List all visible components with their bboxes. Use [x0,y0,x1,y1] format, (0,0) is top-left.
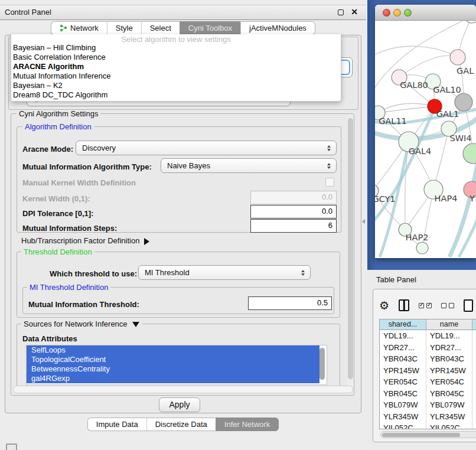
table-horizontal-scrollbar[interactable] [380,431,476,438]
list-scrollbar[interactable] [319,348,325,380]
table-panel-title: Table Panel [376,275,416,284]
network-edge[interactable] [378,106,435,113]
network-node[interactable] [463,144,476,164]
mi-threshold-field[interactable]: 0.5 [248,296,332,310]
float-panel-icon[interactable] [338,9,344,15]
column-header-A[interactable]: A [472,319,476,330]
table-cell: YER054C [380,376,426,388]
attribute-item[interactable]: TopologicalCoefficient [27,355,319,364]
settings-horizontal-scrollbar[interactable] [13,386,353,393]
sources-legend[interactable]: Sources for Network Inference [21,319,142,328]
algorithm-dropdown: Select algorithm to view settings Bayesi… [11,34,341,102]
dropdown-item[interactable]: ARACNE Algorithm [11,62,341,71]
collapse-down-icon [132,322,139,327]
table-cell: YDL19... [426,330,472,342]
dpi-tolerance-label: DPI Tolerance [0,1]: [22,209,93,218]
tab-label: Cyni Toolbox [188,22,232,34]
tab-label: Select [150,22,171,34]
tab-cyni-toolbox[interactable]: Cyni Toolbox [180,21,240,35]
zoom-light-icon[interactable] [404,9,412,17]
tab-style[interactable]: Style [107,21,141,35]
table-row[interactable]: YER054CYER054C8. [380,376,476,388]
network-node[interactable] [455,93,472,111]
network-edge[interactable] [399,56,458,77]
attribute-item[interactable]: gal4RGexp [27,374,319,383]
tab-infer-network[interactable]: Infer Network [216,418,279,431]
table-row[interactable]: YPR145WYPR145W9. [380,365,476,377]
dropdown-item[interactable]: Bayesian – K2 [11,81,341,90]
table-cell: YBL079W [426,399,472,411]
stepper-icon[interactable] [327,145,331,151]
gear-icon[interactable]: ⚙ [379,300,389,311]
network-icon [60,24,67,32]
table-cell: YER054C [426,376,472,388]
split-pane-handle[interactable] [362,219,365,224]
table-row[interactable]: YBR045CYBR045C9. [380,388,476,400]
node-label: GAL1 [436,109,459,119]
aracne-mode-label: Aracne Mode: [22,145,73,154]
close-light-icon[interactable] [383,9,390,17]
unchecked-boxes-icon[interactable] [441,303,454,308]
control-panel-title: Control Panel [5,8,51,17]
mi-steps-label: Mutual Information Steps: [22,224,117,233]
dropdown-item[interactable]: Basic Correlation Inference [11,53,341,62]
table-row[interactable]: YDR27...YDR27...12 [380,342,476,354]
kernel-width-label: Kernel Width (0,1): [22,194,90,203]
table-cell: YDR27... [426,342,472,354]
mi-steps-field[interactable]: 6 [250,219,337,233]
minimized-panel-icon[interactable] [6,444,17,450]
tab-jactivemnodules[interactable]: jActiveMNodules [240,21,315,35]
column-header-name[interactable]: name [426,319,472,330]
network-edge-thick[interactable] [449,162,476,257]
network-node[interactable] [465,21,476,23]
apply-button[interactable]: Apply [159,397,200,412]
stepper-icon[interactable] [301,270,305,276]
attribute-item[interactable]: SelfLoops [27,345,319,355]
tab-network[interactable]: Network [51,21,107,35]
which-threshold-combobox[interactable]: MI Threshold [138,265,311,280]
hub-section-expander[interactable]: Hub/Transcription Factor Definition [21,236,149,245]
table-row[interactable]: YBR043CYBR043C [380,353,476,365]
minimize-light-icon[interactable] [393,9,401,17]
dropdown-item[interactable]: Bayesian – Hill Climbing [11,43,341,53]
table-cell [472,399,476,411]
network-node-gal[interactable] [450,50,465,65]
control-panel-tabs: NetworkStyleSelectCyni ToolboxjActiveMNo… [0,21,366,35]
table-row[interactable]: YDL19...YDL19...13 [380,330,476,342]
table-row[interactable]: YBL079WYBL079W [380,399,476,411]
table-cell: YLR345W [426,411,472,423]
mi-threshold-label: Mutual Information Threshold: [28,300,139,309]
settings-vertical-scrollbar[interactable] [347,116,354,387]
table-row[interactable]: YIL052CYIL052C9 [380,422,476,429]
cyni-bottom-tabs: Impute DataDiscretize DataInfer Network [0,418,366,431]
data-attributes-list[interactable]: SelfLoopsTopologicalCoefficientBetweenne… [26,345,327,385]
node-label: SWI4 [449,133,471,143]
tab-select[interactable]: Select [141,21,180,35]
dropdown-item[interactable]: Mutual Information Inference [11,71,341,81]
dpi-tolerance-field[interactable]: 0.0 [250,205,337,219]
table-cell: 9. [472,411,476,423]
manual-kernel-checkbox[interactable] [325,178,334,187]
tab-impute-data[interactable]: Impute Data [87,418,146,431]
checked-boxes-icon[interactable] [419,303,432,308]
data-attributes-label: Data Attributes [22,334,77,343]
close-panel-icon[interactable]: ✕ [351,7,358,17]
columns-icon[interactable] [399,299,409,311]
network-canvas[interactable]: GALGAL80GAL10GAL1GAL11SWI4GAL4GCY1HAP4YH… [375,21,476,257]
attribute-item[interactable]: BetweennessCentrality [27,364,319,374]
network-edge-thick[interactable] [459,213,476,257]
node-label: HAP4 [435,194,458,203]
kernel-width-field[interactable]: 0.0 [250,191,337,204]
dropdown-item[interactable]: Dream8 DC_TDC Algorithm [11,90,341,100]
mi-type-combobox[interactable]: Naive Bayes [161,158,337,173]
network-window-titlebar[interactable] [375,5,476,21]
table-row[interactable]: YLR345WYLR345W9. [380,411,476,423]
document-icon[interactable] [464,299,473,312]
tab-discretize-data[interactable]: Discretize Data [146,418,216,431]
table-cell: YIL052C [426,422,472,429]
tab-label: Infer Network [224,418,270,431]
aracne-mode-combobox[interactable]: Discovery [76,141,337,155]
column-header-shared[interactable]: shared... [380,319,426,330]
stepper-icon[interactable] [327,163,331,169]
network-node[interactable] [416,242,428,254]
